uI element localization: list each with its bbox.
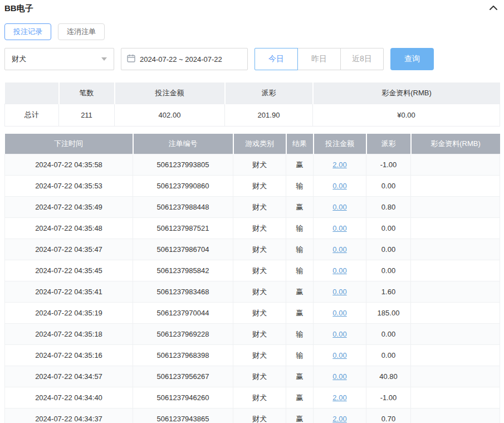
row-bet-amount-cell: 0.00 bbox=[314, 260, 366, 281]
row-bet-time: 2024-07-22 04:35:19 bbox=[5, 303, 133, 324]
row-order-id: 5061237983468 bbox=[133, 281, 233, 303]
row-bet-time: 2024-07-22 04:35:16 bbox=[5, 345, 133, 366]
summary-bet-amount-value: 402.00 bbox=[115, 104, 225, 126]
row-bet-amount-cell: 0.00 bbox=[314, 176, 366, 197]
row-game-type: 财犬 bbox=[233, 387, 286, 409]
row-result: 输 bbox=[286, 218, 314, 239]
bet-amount-link[interactable]: 0.00 bbox=[332, 372, 346, 381]
summary-header-row: 笔数 投注金额 派彩 彩金资料(RMB) bbox=[5, 82, 500, 104]
tab-cancelled-orders[interactable]: 连消注单 bbox=[58, 23, 105, 40]
table-row: 2024-07-22 04:35:475061237986704财犬输0.000… bbox=[5, 239, 500, 260]
row-bet-time: 2024-07-22 04:35:47 bbox=[5, 239, 133, 260]
row-payout: 185.00 bbox=[366, 303, 411, 324]
table-row: 2024-07-22 04:34:575061237956267财犬赢0.004… bbox=[5, 366, 500, 387]
bet-amount-link[interactable]: 2.00 bbox=[332, 161, 346, 169]
table-row: 2024-07-22 04:35:415061237983468财犬赢0.001… bbox=[5, 281, 500, 303]
row-game-type: 财犬 bbox=[233, 366, 286, 387]
row-bet-time: 2024-07-22 04:35:58 bbox=[5, 154, 133, 176]
header-result: 结果 bbox=[286, 134, 314, 154]
row-bet-amount-cell: 0.00 bbox=[314, 197, 366, 218]
summary-header-bonus: 彩金资料(RMB) bbox=[313, 82, 500, 104]
quick-range-last8days-button[interactable]: 近8日 bbox=[340, 48, 384, 70]
table-row: 2024-07-22 04:35:585061237993805财犬赢2.00-… bbox=[5, 154, 500, 176]
row-bonus bbox=[411, 303, 500, 324]
row-bet-amount-cell: 0.00 bbox=[314, 366, 366, 387]
filter-bar: 财犬 2024-07-22 ~ 2024-07-22 今日 昨日 近8日 查询 bbox=[4, 48, 500, 70]
table-row: 2024-07-22 04:35:535061237990860财犬输0.000… bbox=[5, 176, 500, 197]
row-game-type: 财犬 bbox=[233, 239, 286, 260]
summary-total-row: 总计 211 402.00 201.90 ¥0.00 bbox=[5, 104, 500, 126]
quick-range-yesterday-button[interactable]: 昨日 bbox=[297, 48, 341, 70]
tab-bet-records[interactable]: 投注记录 bbox=[4, 23, 51, 40]
bet-amount-link[interactable]: 0.00 bbox=[332, 330, 346, 338]
table-row: 2024-07-22 04:35:185061237969228财犬输0.000… bbox=[5, 324, 500, 345]
bet-amount-link[interactable]: 0.00 bbox=[332, 266, 346, 275]
row-bonus bbox=[411, 387, 500, 409]
row-order-id: 5061237970044 bbox=[133, 303, 233, 324]
game-select[interactable]: 财犬 bbox=[4, 48, 114, 70]
date-range-value: 2024-07-22 ~ 2024-07-22 bbox=[140, 55, 222, 64]
row-payout: 0.70 bbox=[366, 409, 411, 423]
bet-amount-link[interactable]: 0.00 bbox=[332, 288, 346, 296]
row-bet-time: 2024-07-22 04:35:49 bbox=[5, 197, 133, 218]
bet-amount-link[interactable]: 0.00 bbox=[332, 351, 346, 359]
bet-amount-link[interactable]: 0.00 bbox=[332, 182, 346, 190]
row-bet-amount-cell: 0.00 bbox=[314, 281, 366, 303]
row-bonus bbox=[411, 324, 500, 345]
row-game-type: 财犬 bbox=[233, 409, 286, 423]
row-payout: -1.00 bbox=[366, 154, 411, 176]
row-result: 输 bbox=[286, 239, 314, 260]
row-result: 赢 bbox=[286, 197, 314, 218]
summary-table: 笔数 投注金额 派彩 彩金资料(RMB) 总计 211 402.00 201.9… bbox=[4, 82, 500, 127]
bet-record-panel: BB电子 投注记录 连消注单 财犬 2024-07-22 ~ 2024-07-2… bbox=[0, 0, 504, 423]
row-order-id: 5061237993805 bbox=[133, 154, 233, 176]
row-bet-amount-cell: 0.00 bbox=[314, 324, 366, 345]
page-title: BB电子 bbox=[4, 3, 33, 14]
header-payout: 派彩 bbox=[366, 134, 411, 154]
table-row: 2024-07-22 04:35:495061237988448财犬赢0.000… bbox=[5, 197, 500, 218]
row-bonus bbox=[411, 218, 500, 239]
summary-payout-value: 201.90 bbox=[225, 104, 313, 126]
row-bet-time: 2024-07-22 04:35:48 bbox=[5, 218, 133, 239]
tab-label: 连消注单 bbox=[67, 27, 96, 37]
bet-amount-link[interactable]: 0.00 bbox=[332, 309, 346, 317]
row-order-id: 5061237987521 bbox=[133, 218, 233, 239]
chevron-down-icon bbox=[101, 57, 107, 61]
bet-amount-link[interactable]: 0.00 bbox=[332, 245, 346, 254]
summary-bonus-value: ¥0.00 bbox=[313, 104, 500, 126]
row-bet-amount-cell: 0.00 bbox=[314, 239, 366, 260]
row-bet-amount-cell: 0.00 bbox=[314, 345, 366, 366]
row-bonus bbox=[411, 176, 500, 197]
row-bonus bbox=[411, 197, 500, 218]
row-bonus bbox=[411, 366, 500, 387]
collapse-panel-button[interactable] bbox=[487, 2, 500, 15]
row-order-id: 5061237969228 bbox=[133, 324, 233, 345]
row-result: 赢 bbox=[286, 409, 314, 423]
search-button[interactable]: 查询 bbox=[390, 48, 434, 70]
quick-range-today-button[interactable]: 今日 bbox=[255, 48, 298, 70]
row-bonus bbox=[411, 281, 500, 303]
header-order-id: 注单编号 bbox=[133, 134, 233, 154]
row-payout: 0.00 bbox=[366, 324, 411, 345]
table-row: 2024-07-22 04:34:405061237946260财犬赢2.00-… bbox=[5, 387, 500, 409]
row-bet-amount-cell: 2.00 bbox=[314, 387, 366, 409]
row-payout: 0.00 bbox=[366, 260, 411, 281]
row-game-type: 财犬 bbox=[233, 154, 286, 176]
row-payout: 1.60 bbox=[366, 281, 411, 303]
bet-amount-link[interactable]: 0.00 bbox=[332, 203, 346, 211]
bet-amount-link[interactable]: 2.00 bbox=[332, 393, 346, 402]
bet-amount-link[interactable]: 2.00 bbox=[332, 415, 346, 423]
table-row: 2024-07-22 04:34:375061237943865财犬赢2.000… bbox=[5, 409, 500, 423]
bet-amount-link[interactable]: 0.00 bbox=[332, 224, 346, 232]
row-bet-time: 2024-07-22 04:34:37 bbox=[5, 409, 133, 423]
row-game-type: 财犬 bbox=[233, 324, 286, 345]
row-game-type: 财犬 bbox=[233, 303, 286, 324]
row-game-type: 财犬 bbox=[233, 197, 286, 218]
row-game-type: 财犬 bbox=[233, 218, 286, 239]
row-result: 赢 bbox=[286, 281, 314, 303]
date-range-picker[interactable]: 2024-07-22 ~ 2024-07-22 bbox=[121, 48, 248, 70]
header-bonus: 彩金资料(RMB) bbox=[411, 134, 500, 154]
row-game-type: 财犬 bbox=[233, 260, 286, 281]
row-result: 赢 bbox=[286, 387, 314, 409]
panel-titlebar: BB电子 bbox=[4, 0, 500, 14]
